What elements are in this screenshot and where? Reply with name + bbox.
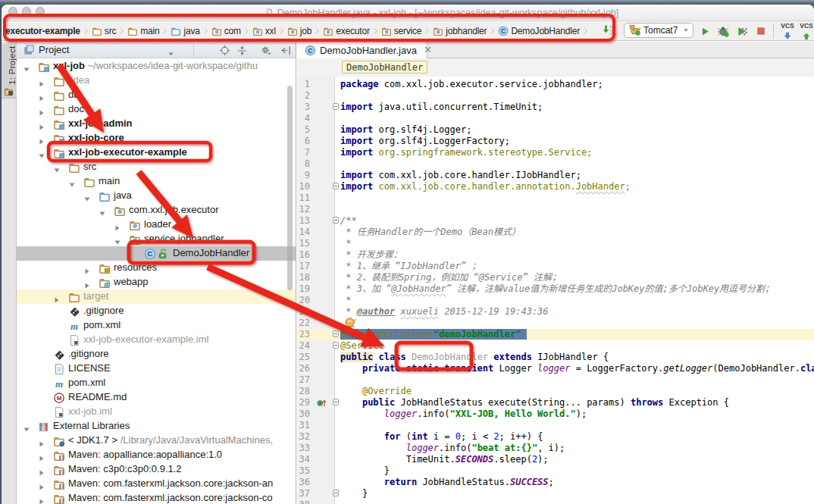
code-line-28[interactable]: @Override <box>340 386 814 397</box>
code-line-35[interactable]: } <box>340 465 814 477</box>
hide-panel-button[interactable] <box>279 44 293 56</box>
breadcrumb-item-xxl[interactable]: xxl <box>252 26 276 36</box>
tree-row-target[interactable]: target <box>17 290 296 304</box>
tree-row-xxl-job-iml[interactable]: xxl-job.iml <box>17 405 296 419</box>
tree-row-jdk1-7[interactable]: < JDK1.7 > /Library/Java/JavaVirtualMach… <box>17 434 296 448</box>
code-line-22[interactable]: */ <box>340 318 814 329</box>
breadcrumb-item-service[interactable]: service <box>381 26 422 36</box>
debug-button[interactable] <box>716 25 730 37</box>
code-line-5[interactable]: import org.slf4j.Logger; <box>340 124 814 136</box>
breadcrumb-item-demojobhandler[interactable]: CDemoJobHandler <box>498 26 580 36</box>
code-line-12[interactable] <box>340 204 814 215</box>
override-method-gutter-icon[interactable] <box>315 398 328 409</box>
tree-row-pom-xml[interactable]: mpom.xml <box>17 318 296 333</box>
fold-marker[interactable] <box>333 217 339 224</box>
code-line-36[interactable]: return JobHandleStatus.SUCCESS; <box>340 477 814 488</box>
code-line-6[interactable]: import org.slf4j.LoggerFactory; <box>340 136 814 147</box>
code-line-3[interactable]: import java.util.concurrent.TimeUnit; <box>340 102 814 113</box>
locate-file-button[interactable] <box>218 44 231 56</box>
bytecode-arrow-icon[interactable]: 011001 <box>601 24 615 36</box>
tree-row-com-xxl-job-executor[interactable]: com.xxl.job.executor <box>17 203 296 218</box>
code-line-32[interactable]: for (int i = 0; i < 2; i++) { <box>340 431 814 443</box>
code-line-16[interactable]: * 开发步骤： <box>340 249 814 261</box>
code-line-17[interactable]: * 1、继承 “IJobHandler” ； <box>340 261 814 272</box>
fold-marker[interactable] <box>333 490 339 496</box>
tree-row-maven-c3p0-c3p0-0-9-1-2[interactable]: Maven: c3p0:c3p0:0.9.1.2 <box>17 462 296 477</box>
tree-row-maven-com-fasterxml-jackson-core-jackson-co[interactable]: Maven: com.fasterxml.jackson.core:jackso… <box>17 491 296 504</box>
code-line-23[interactable]: @JobHander(value="demoJobHandler") <box>340 329 814 340</box>
tree-row-xxl-job-admin[interactable]: xxl-job-admin <box>17 117 296 131</box>
code-area[interactable]: 1234567891011121314151617181920212223242… <box>297 77 814 504</box>
tree-row-idea[interactable]: .idea <box>17 74 296 88</box>
breadcrumb-item-jobhandler[interactable]: jobhandler <box>433 26 487 36</box>
run-configuration-select[interactable]: Tomcat7 <box>624 23 693 38</box>
run-button[interactable] <box>698 25 712 37</box>
code-line-33[interactable]: logger.info("beat at:{}", i); <box>340 443 814 454</box>
code-line-2[interactable] <box>340 90 814 102</box>
breadcrumb-item-executor-example[interactable]: executor-example <box>5 26 80 36</box>
code-line-26[interactable]: private static transient Logger logger =… <box>340 363 814 374</box>
tree-row-maven-aopalliance-aopalliance-1-0[interactable]: Maven: aopalliance:aopalliance:1.0 <box>17 448 296 462</box>
tree-row-src[interactable]: src <box>17 160 296 174</box>
fold-marker[interactable] <box>333 183 339 189</box>
fold-marker[interactable] <box>333 399 339 405</box>
code-line-7[interactable]: import org.springframework.stereotype.Se… <box>340 147 814 158</box>
tree-row-doc[interactable]: doc <box>17 102 296 117</box>
tree-row-gitignore[interactable]: .gitignore <box>17 304 296 318</box>
tree-row-maven-com-fasterxml-jackson-core-jackson-an[interactable]: Maven: com.fasterxml.jackson.core:jackso… <box>17 477 296 491</box>
fold-marker[interactable] <box>333 103 339 110</box>
code-line-21[interactable]: * @author xuxueli 2015-12-19 19:43:36 <box>340 306 814 318</box>
tree-row-webapp[interactable]: webapp <box>17 275 296 290</box>
code-line-20[interactable]: * <box>340 295 814 306</box>
code-line-11[interactable] <box>340 193 814 204</box>
tree-scrollbar[interactable] <box>287 86 293 290</box>
fold-marker[interactable] <box>333 342 339 349</box>
settings-gear-button[interactable] <box>259 44 273 56</box>
code-line-19[interactable]: * 3、加 “@JobHander” 注解，注解value值为新增任务生成的Jo… <box>340 283 814 295</box>
tree-row-main[interactable]: main <box>17 174 296 189</box>
code-line-34[interactable]: TimeUnit.SECONDS.sleep(2); <box>340 454 814 465</box>
code-line-1[interactable]: package com.xxl.job.executor.service.job… <box>340 79 814 90</box>
tree-row-license[interactable]: LICENSE <box>17 362 296 376</box>
code-line-31[interactable] <box>340 420 814 431</box>
intention-bulb-icon[interactable] <box>343 316 356 330</box>
code-line-27[interactable] <box>340 374 814 386</box>
run-with-coverage-button[interactable] <box>735 25 749 37</box>
code-line-9[interactable]: import com.xxl.job.core.handler.IJobHand… <box>340 170 814 181</box>
fold-marker[interactable] <box>333 330 339 337</box>
code-line-30[interactable]: logger.info("XXL-JOB, Hello World."); <box>340 409 814 420</box>
code-line-4[interactable] <box>340 113 814 124</box>
tree-row-db[interactable]: db <box>17 88 296 102</box>
collapse-all-button[interactable] <box>235 44 249 56</box>
breadcrumb-item-executor[interactable]: executor <box>323 26 369 36</box>
tree-row-gitignore[interactable]: .gitignore <box>17 347 296 362</box>
breadcrumb-item-main[interactable]: main <box>127 26 159 36</box>
code-line-14[interactable]: * 任务Handler的一个Demo（Bean模式） <box>340 227 814 238</box>
tree-row-pom-xml[interactable]: mpom.xml <box>17 376 296 390</box>
breadcrumb-item-src[interactable]: src <box>92 26 116 36</box>
tree-row-loader[interactable]: loader <box>17 218 296 232</box>
stop-button[interactable] <box>754 25 768 37</box>
code-line-10[interactable]: import com.xxl.job.core.handler.annotati… <box>340 181 814 193</box>
code-line-38[interactable] <box>340 499 814 504</box>
vcs-update-button[interactable]: VCS <box>779 23 796 39</box>
breadcrumb-item-job[interactable]: job <box>287 26 312 36</box>
close-tab-icon[interactable]: ✕ <box>424 46 432 54</box>
tree-row-demojobhandler[interactable]: CDemoJobHandler <box>17 246 296 261</box>
vcs-commit-button[interactable]: VCS <box>798 23 814 39</box>
breadcrumb-item-com[interactable]: com <box>211 26 241 36</box>
tree-collapse-arrow[interactable] <box>38 495 45 504</box>
editor-tab[interactable]: C DemoJobHandler.java ✕ <box>297 42 427 58</box>
code-line-37[interactable]: } <box>340 488 814 499</box>
tree-row-external-libraries[interactable]: External Libraries <box>17 419 296 434</box>
code-line-15[interactable]: * <box>340 238 814 249</box>
code-line-18[interactable]: * 2、装配到Spring，例如加 “@Service” 注解； <box>340 272 814 283</box>
tree-row-xxl-job-executor-example[interactable]: xxl-job-executor-example <box>17 146 296 160</box>
tree-row-xxl-job-core[interactable]: xxl-job-core <box>17 131 296 146</box>
code-line-29[interactable]: public JobHandleStatus execute(String...… <box>340 397 814 409</box>
breadcrumb-item-java[interactable]: java <box>171 26 199 36</box>
tree-row-xxl-job[interactable]: xxl-job ~/workspaces/idea-git-workspace/… <box>17 59 296 74</box>
code-line-8[interactable] <box>340 158 814 170</box>
code-line-13[interactable]: /** <box>340 215 814 227</box>
tree-row-resources[interactable]: resources <box>17 261 296 275</box>
